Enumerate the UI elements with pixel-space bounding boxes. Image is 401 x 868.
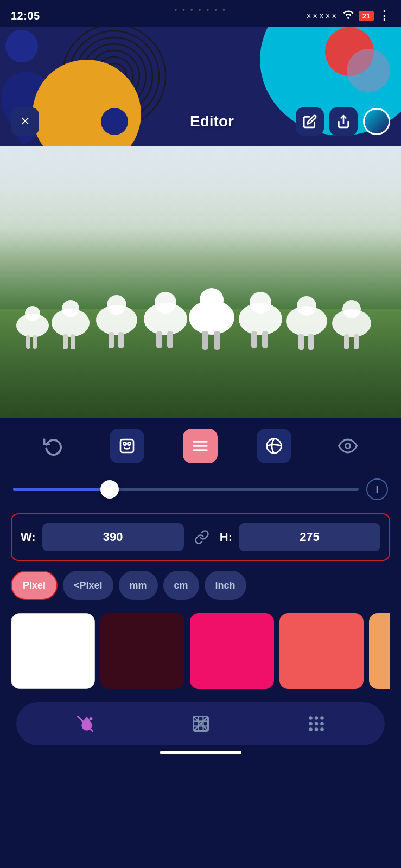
- svg-point-62: [309, 727, 313, 731]
- pencil-icon: [303, 114, 317, 129]
- shape-button[interactable]: [257, 429, 291, 463]
- nav-dots-button[interactable]: [297, 707, 335, 740]
- link-icon: [194, 529, 209, 545]
- reset-icon: [43, 436, 63, 456]
- color-swatch-coral-red[interactable]: [279, 613, 364, 689]
- fill-icon: [75, 714, 95, 733]
- svg-point-10: [25, 306, 40, 321]
- bottom-nav: [16, 702, 385, 745]
- shape-icon: [265, 437, 283, 455]
- svg-point-22: [155, 292, 176, 314]
- color-swatch-dark-maroon[interactable]: [100, 613, 184, 689]
- unit-pixel-less-button[interactable]: <Pixel: [63, 571, 113, 600]
- status-bar: • • • • • • • 12:05 XXXXX 21 ⋮: [0, 0, 401, 27]
- svg-point-63: [314, 727, 318, 731]
- height-label: H:: [220, 530, 232, 544]
- svg-rect-40: [354, 334, 359, 349]
- height-input[interactable]: 275: [239, 523, 380, 551]
- deco-circle-navy: [5, 30, 38, 62]
- svg-rect-12: [33, 335, 37, 349]
- svg-rect-41: [120, 439, 133, 452]
- svg-point-58: [320, 716, 324, 720]
- toolbar-row: [11, 429, 390, 463]
- header-toolbar: ✕ Editor: [0, 107, 401, 136]
- svg-rect-39: [344, 334, 349, 349]
- svg-rect-36: [308, 334, 314, 350]
- status-time: 12:05: [11, 10, 40, 22]
- svg-rect-23: [156, 331, 162, 348]
- svg-rect-32: [262, 331, 268, 348]
- svg-point-48: [89, 717, 92, 720]
- close-button[interactable]: ✕: [11, 107, 39, 136]
- svg-point-60: [314, 722, 318, 726]
- avatar: [363, 108, 390, 135]
- svg-point-43: [128, 442, 130, 445]
- share-button[interactable]: [329, 107, 358, 136]
- reset-button[interactable]: [36, 429, 71, 463]
- page-title: Editor: [190, 113, 234, 130]
- text-button[interactable]: [183, 429, 218, 463]
- svg-rect-27: [202, 331, 208, 350]
- dimensions-row: W: 390 H: 275: [11, 513, 390, 561]
- header-right-buttons: [296, 107, 390, 136]
- lines-icon: [192, 438, 209, 454]
- link-button[interactable]: [190, 526, 213, 548]
- svg-point-30: [250, 292, 271, 314]
- width-label: W:: [21, 530, 36, 544]
- svg-point-26: [200, 288, 224, 312]
- color-swatch-hot-pink[interactable]: [190, 613, 274, 689]
- color-swatch-orange[interactable]: [369, 613, 390, 689]
- slider-thumb[interactable]: [100, 480, 119, 499]
- svg-rect-20: [118, 332, 124, 348]
- svg-point-61: [320, 722, 324, 726]
- unit-selector: Pixel <Pixel mm cm inch: [11, 571, 390, 600]
- status-right: XXXXX 21 ⋮: [307, 9, 390, 23]
- deco-circle-purple: [347, 49, 390, 92]
- width-input[interactable]: 390: [42, 523, 184, 551]
- svg-point-14: [62, 300, 79, 317]
- svg-rect-24: [167, 331, 173, 348]
- svg-point-57: [314, 716, 318, 720]
- svg-rect-35: [298, 334, 304, 350]
- svg-rect-19: [109, 332, 114, 348]
- eye-button[interactable]: [330, 429, 365, 463]
- svg-rect-15: [63, 334, 68, 349]
- home-indicator: [160, 751, 241, 754]
- svg-point-56: [309, 716, 313, 720]
- lambs-svg: [0, 217, 401, 369]
- svg-point-18: [107, 295, 126, 315]
- info-button[interactable]: i: [366, 478, 388, 500]
- svg-point-47: [346, 444, 351, 449]
- wifi-icon: [342, 10, 354, 22]
- photo-area: [0, 146, 401, 418]
- unit-cm-button[interactable]: cm: [163, 571, 199, 600]
- svg-rect-16: [71, 334, 75, 349]
- svg-point-64: [320, 727, 324, 731]
- color-swatch-white[interactable]: [11, 613, 95, 689]
- nav-pattern-button[interactable]: [182, 707, 220, 740]
- unit-mm-button[interactable]: mm: [119, 571, 158, 600]
- color-swatches: [11, 613, 390, 689]
- slider-row: i: [11, 478, 390, 500]
- svg-point-34: [297, 296, 316, 316]
- sticker-icon: [118, 437, 136, 455]
- unit-pixel-button[interactable]: Pixel: [11, 571, 58, 600]
- slider-track[interactable]: [13, 488, 359, 491]
- svg-rect-31: [251, 331, 257, 348]
- dots-icon: [307, 714, 326, 733]
- close-icon: ✕: [20, 114, 30, 129]
- svg-point-59: [309, 722, 313, 726]
- unit-inch-button[interactable]: inch: [205, 571, 246, 600]
- bottom-panel: i W: 390 H: 275 Pixel <Pixel mm cm: [0, 418, 401, 765]
- share-icon: [336, 114, 351, 129]
- more-dots-icon: ⋮: [378, 9, 390, 23]
- svg-rect-11: [26, 335, 30, 349]
- edit-button[interactable]: [296, 107, 324, 136]
- battery-badge: 21: [359, 11, 374, 21]
- status-dots: • • • • • • •: [174, 5, 227, 14]
- signal-text: XXXXX: [307, 12, 338, 20]
- svg-point-42: [123, 442, 126, 445]
- nav-fill-button[interactable]: [66, 707, 104, 740]
- info-icon: i: [375, 484, 378, 495]
- sticker-button[interactable]: [110, 429, 144, 463]
